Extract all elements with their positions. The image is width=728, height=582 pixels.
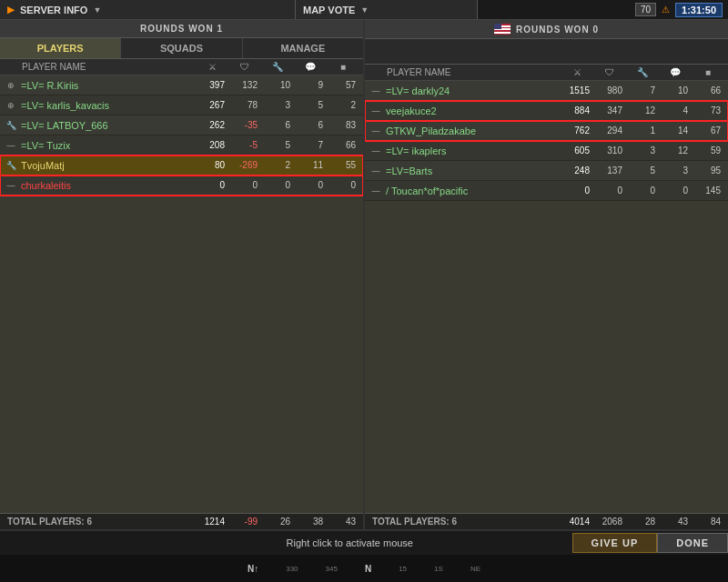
team2-player-list: — =LV= darkly24 1515 980 7 10 66 — veeja…	[365, 81, 728, 513]
tab-manage[interactable]: MANAGE	[243, 38, 363, 58]
team1-panel: ROUNDS WON 1 PLAYERS SQUADS MANAGE PLAYE…	[0, 20, 365, 529]
total2-stat-3: 43	[659, 517, 692, 527]
stat-score: 884	[561, 105, 593, 115]
stat-assists: 10	[261, 80, 294, 90]
team2-header: ROUNDS WON 0	[365, 20, 728, 39]
stat-chat: 0	[659, 186, 692, 196]
stat-assists: 2	[261, 160, 294, 170]
team2-col-headers: PLAYER NAME ⚔ 🛡 🔧 💬 ■	[365, 65, 728, 81]
stat-chat: 5	[294, 100, 327, 110]
player-name: / Toucan*of*pacific	[386, 186, 561, 196]
map-vote-dropdown[interactable]: MAP VOTE ▼	[296, 0, 478, 19]
col-assists-icon-2: 🔧	[626, 67, 659, 77]
table-row: ⊕ =LV= karlis_kavacis 267 78 3 5 2	[0, 95, 363, 115]
chevron-down-icon-2: ▼	[360, 5, 369, 15]
tab-squads[interactable]: SQUADS	[121, 38, 242, 58]
col-deaths-icon: ■	[327, 62, 359, 72]
stat-assists: 5	[261, 140, 294, 150]
table-row: 🔧 TvojuMatj 80 -269 2 11 55	[0, 156, 363, 176]
player-name: =LV= karlis_kavacis	[21, 100, 196, 111]
total2-stat-4: 84	[692, 517, 724, 527]
stat-chat: 11	[294, 160, 327, 170]
col-score-icon: 🛡	[228, 62, 261, 72]
stat-chat: 0	[294, 180, 327, 190]
player-name: churkaleitis	[21, 180, 196, 191]
stat-kills: 0	[228, 180, 261, 190]
stat-chat: 7	[294, 140, 327, 150]
stat-kills: 310	[593, 146, 626, 156]
table-row: — =LV= darkly24 1515 980 7 10 66	[365, 81, 728, 101]
table-row: — GTKW_Piladzakabe 762 294 1 14 67	[365, 121, 728, 141]
stat-assists: 7	[626, 85, 659, 95]
team1-player-list: ⊕ =LV= R.Kiriis 397 132 10 9 57 ⊕ =LV= k…	[0, 75, 363, 513]
stat-score: 605	[561, 146, 593, 156]
col-player-name: PLAYER NAME	[4, 62, 196, 72]
stat-kills: 132	[228, 80, 261, 90]
warning-icon: ⚠	[662, 5, 670, 15]
team1-total-label: TOTAL PLAYERS: 6	[4, 517, 196, 527]
stat-score: 0	[196, 180, 228, 190]
server-info-label: SERVER INFO	[20, 5, 87, 15]
stat-assists: 5	[626, 166, 659, 176]
col-assists-icon: 🔧	[261, 62, 294, 72]
stat-deaths: 55	[327, 160, 359, 170]
stat-assists: 3	[261, 100, 294, 110]
stat-score: 397	[196, 80, 228, 90]
tab-players[interactable]: PLAYERS	[0, 38, 121, 58]
stat-score: 267	[196, 100, 228, 110]
stat-assists: 0	[261, 180, 294, 190]
total-stat-0: 1214	[196, 517, 228, 527]
stat-kills: 0	[593, 186, 626, 196]
compass-345: 345	[326, 565, 338, 573]
stat-score: 80	[196, 160, 228, 170]
main-content: ROUNDS WON 1 PLAYERS SQUADS MANAGE PLAYE…	[0, 20, 728, 529]
stat-chat: 6	[294, 120, 327, 130]
player-name: =LV= LATBOY_666	[21, 120, 196, 131]
col-chat-icon: 💬	[294, 62, 327, 72]
compass-ne: NE	[470, 565, 480, 573]
role-icon: —	[369, 184, 383, 198]
col-chat-icon-2: 💬	[659, 67, 692, 77]
give-up-button[interactable]: GIVE UP	[572, 533, 658, 553]
top-right-area: 70 ⚠ 1:31:50	[635, 3, 728, 17]
stat-deaths: 57	[327, 80, 359, 90]
stat-deaths: 66	[692, 85, 724, 95]
server-info-dropdown[interactable]: ▶ SERVER INFO ▼	[0, 0, 296, 19]
total2-stat-2: 28	[626, 517, 659, 527]
stat-chat: 14	[659, 125, 692, 135]
team1-total-row: TOTAL PLAYERS: 6 1214 -99 26 38 43	[0, 513, 363, 529]
table-row: — veejakuce2 884 347 12 4 73	[365, 101, 728, 121]
chevron-down-icon: ▼	[93, 5, 101, 15]
compass-330: 330	[286, 565, 298, 573]
stat-assists: 0	[626, 186, 659, 196]
done-button[interactable]: DONE	[657, 533, 728, 553]
table-row: — =LV=Barts 248 137 5 3 95	[365, 161, 728, 181]
stat-kills: 137	[593, 166, 626, 176]
player-name: =LV= ikaplers	[386, 146, 561, 156]
triangle-icon: ▶	[7, 5, 15, 15]
table-row: ⊕ =LV= R.Kiriis 397 132 10 9 57	[0, 75, 363, 95]
timer: 1:31:50	[675, 3, 723, 17]
team1-col-headers: PLAYER NAME ⚔ 🛡 🔧 💬 ■	[0, 59, 363, 75]
role-icon: —	[369, 104, 383, 118]
team2-rounds-won: ROUNDS WON 0	[516, 25, 599, 35]
total-stat-3: 38	[294, 517, 327, 527]
stat-deaths: 0	[327, 180, 359, 190]
map-vote-label: MAP VOTE	[303, 5, 355, 15]
stat-chat: 4	[659, 105, 692, 115]
stat-assists: 6	[261, 120, 294, 130]
tabs-row: PLAYERS SQUADS MANAGE	[0, 38, 363, 59]
total2-stat-1: 2068	[593, 517, 626, 527]
team1-header: ROUNDS WON 1	[0, 20, 363, 38]
compass-1s: 1S	[434, 565, 443, 573]
stat-deaths: 59	[692, 146, 724, 156]
role-icon: —	[369, 124, 383, 138]
stat-kills: -269	[228, 160, 261, 170]
col-kills-icon: ⚔	[196, 62, 228, 72]
stat-kills: 78	[228, 100, 261, 110]
stat-score: 262	[196, 120, 228, 130]
table-row: — / Toucan*of*pacific 0 0 0 0 145	[365, 181, 728, 201]
player-name: veejakuce2	[386, 105, 561, 116]
total2-stat-0: 4014	[561, 517, 593, 527]
player-name: =LV= Tuzix	[21, 140, 196, 151]
